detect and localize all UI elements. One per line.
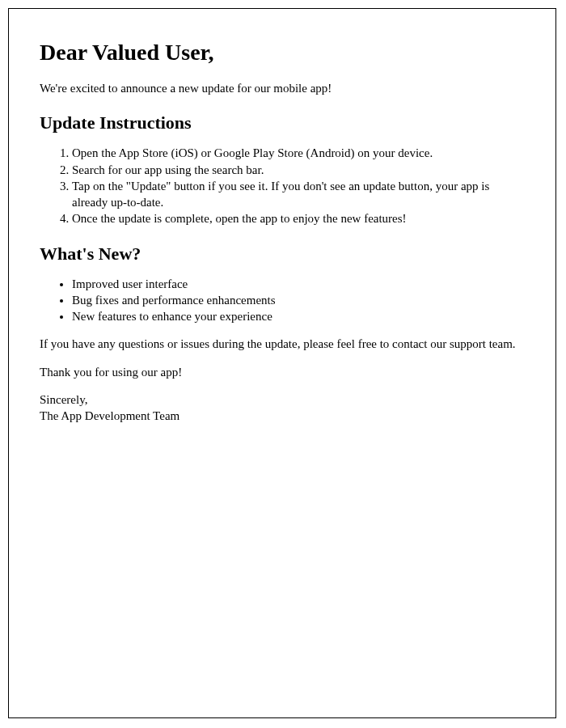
list-item: Open the App Store (iOS) or Google Play … xyxy=(72,145,525,161)
list-item: Bug fixes and performance enhancements xyxy=(72,292,525,308)
greeting-heading: Dear Valued User, xyxy=(40,40,525,66)
intro-paragraph: We're excited to announce a new update f… xyxy=(40,80,525,96)
signature-line: The App Development Team xyxy=(40,408,525,424)
closing-line: Sincerely, xyxy=(40,392,525,408)
list-item: Improved user interface xyxy=(72,276,525,292)
thanks-paragraph: Thank you for using our app! xyxy=(40,364,525,380)
document-page: Dear Valued User, We're excited to annou… xyxy=(8,8,556,718)
list-item: New features to enhance your experience xyxy=(72,308,525,324)
whatsnew-list: Improved user interface Bug fixes and pe… xyxy=(40,276,525,325)
list-item: Once the update is complete, open the ap… xyxy=(72,210,525,226)
instructions-list: Open the App Store (iOS) or Google Play … xyxy=(40,145,525,226)
instructions-heading: Update Instructions xyxy=(40,112,525,133)
list-item: Tap on the "Update" button if you see it… xyxy=(72,178,525,211)
support-paragraph: If you have any questions or issues duri… xyxy=(40,336,525,352)
list-item: Search for our app using the search bar. xyxy=(72,162,525,178)
whatsnew-heading: What's New? xyxy=(40,243,525,265)
signature-block: Sincerely, The App Development Team xyxy=(40,392,525,425)
